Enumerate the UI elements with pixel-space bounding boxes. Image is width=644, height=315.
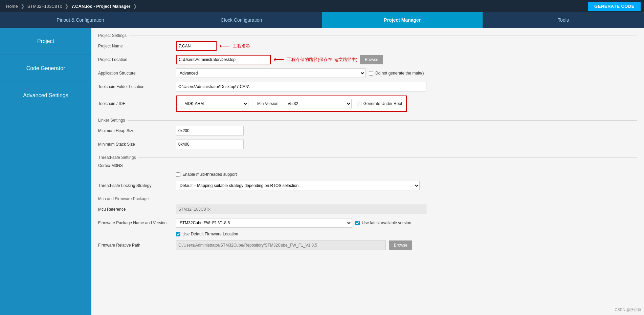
app-structure-select[interactable]: Advanced (176, 68, 365, 78)
tab-project-manager[interactable]: Project Manager (322, 12, 483, 28)
enable-threaded-checkbox[interactable] (176, 172, 180, 177)
project-name-arrow: ⟵ (219, 42, 230, 50)
toolchain-ide-row: Toolchain / IDE MDK-ARM Min Version V5.3… (98, 96, 637, 112)
firmware-pkg-row: Firmware Package Name and Version STM32C… (98, 218, 637, 228)
min-heap-label: Minimum Heap Size (98, 128, 173, 133)
app-structure-row: Application Structure Advanced Do not ge… (98, 68, 637, 78)
tab-pinout[interactable]: Pinout & Configuration (0, 12, 161, 28)
generate-code-button[interactable]: GENERATE CODE (588, 2, 641, 11)
min-version-select[interactable]: V5.32 (284, 99, 352, 108)
cortex-row: Cortex-M3NS (98, 163, 637, 168)
min-version-label: Min Version (257, 101, 279, 106)
sidebar-item-advanced-settings[interactable]: Advanced Settings (0, 82, 91, 109)
firmware-path-browse-button[interactable]: Browse (389, 240, 412, 250)
sidebar-item-project[interactable]: Project (0, 28, 91, 55)
breadcrumb-project[interactable]: 7.CAN.ioc - Project Manager (69, 0, 133, 12)
content-area: Project Settings Project Name ⟵ 工程名称 Pro… (91, 28, 644, 315)
tab-tools[interactable]: Tools (483, 12, 644, 28)
thread-safe-title: Thread-safe Settings (98, 153, 637, 160)
app-structure-label: Application Structure (98, 71, 173, 76)
toolchain-ide-select[interactable]: MDK-ARM (181, 99, 248, 108)
toolchain-ide-box: MDK-ARM Min Version V5.32 Generate Under… (176, 96, 407, 112)
use-default-firmware-row: Use Default Firmware Location (98, 232, 637, 236)
project-name-input[interactable] (176, 41, 217, 51)
mcu-firmware-section: Mcu and Firmware Package Mcu Reference F… (98, 194, 637, 250)
project-name-spacer (253, 41, 426, 51)
mcu-ref-row: Mcu Reference (98, 205, 637, 214)
generate-under-root-checkbox[interactable] (357, 102, 361, 106)
project-name-row: Project Name ⟵ 工程名称 (98, 41, 637, 51)
toolchain-ide-label: Toolchain / IDE (98, 101, 173, 106)
do-not-generate-checkbox-label[interactable]: Do not generate the main() (369, 71, 424, 76)
tab-bar: Pinout & Configuration Clock Configurati… (0, 12, 644, 28)
use-latest-label[interactable]: Use latest available version (355, 220, 411, 225)
toolchain-folder-input[interactable] (176, 82, 426, 91)
project-location-annotation-row: ⟵ 工程存储的路径(保存在ing文路径中) Browse (176, 55, 383, 64)
enable-threaded-label[interactable]: Enable multi-threaded support (176, 172, 237, 177)
firmware-pkg-label: Firmware Package Name and Version (98, 220, 173, 225)
do-not-generate-checkbox[interactable] (369, 71, 373, 76)
breadcrumb-arrow-2: ❯ (65, 3, 69, 9)
tab-clock[interactable]: Clock Configuration (161, 12, 322, 28)
breadcrumb-mcu[interactable]: STM32F103C8Tx (25, 0, 65, 12)
toolchain-folder-label: Toolchain Folder Location (98, 84, 173, 89)
mcu-ref-input (176, 205, 426, 214)
generate-under-root-label[interactable]: Generate Under Root (357, 101, 402, 106)
cortex-label: Cortex-M3NS (98, 163, 173, 168)
toolchain-folder-row: Toolchain Folder Location (98, 82, 637, 91)
min-stack-input[interactable] (176, 140, 244, 149)
use-default-firmware-label[interactable]: Use Default Firmware Location (176, 232, 238, 236)
breadcrumb-bar: Home ❯ STM32F103C8Tx ❯ 7.CAN.ioc - Proje… (0, 0, 644, 12)
locking-strategy-label: Thread-safe Locking Strategy (98, 183, 173, 188)
locking-strategy-row: Thread-safe Locking Strategy Default – M… (98, 181, 637, 190)
linker-settings-section: Linker Settings Minimum Heap Size Minimu… (98, 116, 637, 149)
main-layout: Project Code Generator Advanced Settings… (0, 28, 644, 315)
use-latest-checkbox[interactable] (355, 221, 360, 225)
breadcrumb-home[interactable]: Home (3, 0, 21, 12)
watermark: CSDN @沃尔特 (615, 307, 641, 312)
project-name-annotation-row: ⟵ 工程名称 (176, 41, 426, 51)
min-heap-row: Minimum Heap Size (98, 126, 637, 135)
firmware-pkg-select[interactable]: STM32Cube FW_F1 V1.8.5 (176, 218, 352, 228)
firmware-path-row: Firmware Relative Path Browse (98, 240, 637, 250)
use-default-firmware-checkbox[interactable] (176, 232, 180, 236)
breadcrumb-arrow-1: ❯ (21, 3, 25, 9)
sidebar: Project Code Generator Advanced Settings (0, 28, 91, 315)
project-name-label: Project Name (98, 44, 173, 48)
project-location-arrow: ⟵ (273, 55, 284, 64)
sidebar-item-code-generator[interactable]: Code Generator (0, 55, 91, 82)
project-location-input[interactable] (176, 55, 271, 64)
enable-threaded-row: Enable multi-threaded support (98, 172, 637, 177)
project-location-annotation: 工程存储的路径(保存在ing文路径中) (287, 57, 357, 63)
thread-safe-section: Thread-safe Settings Cortex-M3NS Enable … (98, 153, 637, 190)
locking-strategy-select[interactable]: Default – Mapping suitable strategy depe… (176, 181, 420, 190)
project-settings-section: Project Settings Project Name ⟵ 工程名称 Pro… (98, 31, 637, 112)
firmware-path-input (176, 240, 386, 250)
breadcrumb-arrow-3: ❯ (133, 3, 137, 9)
project-name-annotation: 工程名称 (233, 43, 250, 49)
min-heap-input[interactable] (176, 126, 244, 135)
min-stack-label: Minimum Stack Size (98, 142, 173, 147)
mcu-ref-label: Mcu Reference (98, 207, 173, 212)
mcu-firmware-title: Mcu and Firmware Package (98, 194, 637, 201)
project-location-label: Project Location (98, 57, 173, 62)
linker-settings-title: Linker Settings (98, 116, 637, 123)
firmware-path-label: Firmware Relative Path (98, 243, 173, 248)
min-stack-row: Minimum Stack Size (98, 140, 637, 149)
project-location-browse-button[interactable]: Browse (360, 55, 383, 64)
project-location-row: Project Location ⟵ 工程存储的路径(保存在ing文路径中) B… (98, 55, 637, 64)
project-settings-title: Project Settings (98, 31, 637, 38)
